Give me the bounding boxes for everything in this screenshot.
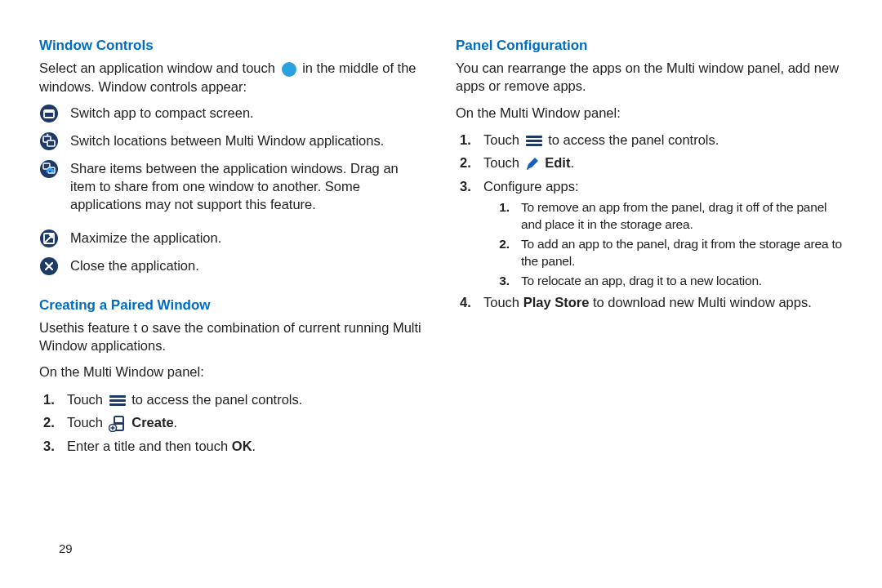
edit-pencil-icon: [525, 157, 540, 172]
svg-rect-20: [526, 136, 542, 138]
paired-window-steps: Touch to access the panel controls. Touc…: [49, 390, 426, 457]
intro-text-a: Select an application window and touch: [39, 60, 279, 75]
item-compact: Switch app to compact screen.: [39, 104, 426, 127]
paired-window-panel-line: On the Multi Window panel:: [39, 363, 426, 381]
handle-dot-icon: [281, 61, 297, 78]
right-column: Panel Configuration You can rearrange th…: [441, 33, 858, 460]
svg-point-1: [40, 105, 58, 122]
left-column: Window Controls Select an application wi…: [24, 33, 441, 460]
step-create: Touch Create.: [62, 412, 426, 434]
item-maximize-text: Maximize the application.: [70, 229, 221, 247]
svg-rect-22: [526, 144, 542, 146]
configure-apps-bullets: To remove an app from the panel, drag it…: [501, 199, 843, 290]
svg-rect-16: [109, 403, 126, 406]
page-number: 29: [59, 541, 73, 555]
step-configure-apps: Configure apps: To remove an app from th…: [479, 176, 843, 290]
heading-window-controls: Window Controls: [39, 38, 426, 54]
panel-config-steps: Touch to access the panel controls. Touc…: [466, 130, 843, 314]
step-access-controls: Touch to access the panel controls.: [62, 390, 426, 411]
svg-rect-14: [109, 395, 126, 398]
svg-rect-21: [526, 140, 542, 142]
item-close: Close the application.: [39, 256, 426, 279]
paired-window-intro: Usethis feature t o save the combination…: [39, 318, 426, 355]
window-controls-intro: Select an application window and touch i…: [39, 59, 426, 96]
bullet-remove: To remove an app from the panel, drag it…: [516, 199, 843, 234]
panel-config-panel-line: On the Multi Window panel:: [456, 104, 843, 122]
item-close-text: Close the application.: [70, 256, 199, 274]
bullet-relocate: To relocate an app, drag it to a new loc…: [516, 273, 843, 290]
share-windows-icon: [39, 159, 62, 182]
item-share-text: Share items between the application wind…: [70, 159, 426, 214]
step-access-controls-right: Touch to access the panel controls.: [479, 130, 843, 151]
svg-rect-3: [44, 110, 54, 113]
svg-point-10: [51, 169, 54, 172]
create-pair-icon: [109, 416, 127, 432]
maximize-icon: [39, 229, 62, 252]
item-maximize: Maximize the application.: [39, 229, 426, 252]
compact-screen-icon: [39, 104, 62, 127]
step-edit: Touch Edit.: [479, 153, 843, 174]
step-enter-title: Enter a title and then touch OK.: [62, 436, 426, 457]
close-app-icon: [39, 256, 62, 279]
item-switch-text: Switch locations between Multi Window ap…: [70, 131, 384, 149]
svg-rect-15: [109, 399, 126, 402]
svg-point-0: [282, 62, 296, 77]
heading-paired-window: Creating a Paired Window: [39, 297, 426, 314]
panel-config-intro: You can rearrange the apps on the Multi …: [456, 59, 843, 96]
item-share: Share items between the application wind…: [39, 159, 426, 214]
menu-icon: [525, 134, 543, 147]
svg-rect-6: [47, 140, 55, 146]
step-playstore: Touch Play Store to download new Multi w…: [479, 292, 843, 314]
heading-panel-config: Panel Configuration: [456, 38, 843, 54]
bullet-add: To add an app to the panel, drag it from…: [516, 236, 843, 270]
menu-icon: [109, 394, 127, 407]
page-body: Window Controls Select an application wi…: [0, 0, 882, 468]
item-compact-text: Switch app to compact screen.: [70, 104, 254, 122]
item-switch: Switch locations between Multi Window ap…: [39, 131, 426, 154]
switch-windows-icon: [39, 131, 62, 154]
window-controls-list: Switch app to compact screen. Switch loc…: [39, 104, 426, 279]
